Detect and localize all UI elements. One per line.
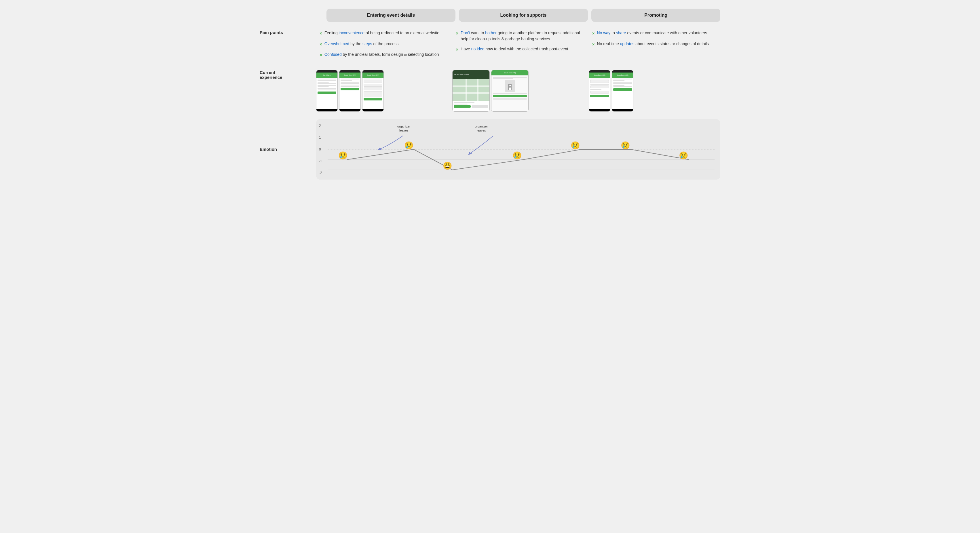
content-area-1 (317, 78, 337, 109)
emotion-chart: 2 1 0 -1 -2 organizerleaves organizerlea… (316, 119, 720, 179)
content-area-3 (363, 78, 383, 109)
pml4 (613, 79, 632, 79)
ml8 (318, 89, 336, 90)
pain-text-promoting-2: No real-time updates about events status… (597, 41, 708, 47)
y-axis-labels: 2 1 0 -1 -2 (319, 124, 322, 175)
green-bar-p1: Create Event (3/5) (589, 73, 610, 78)
header-empty (271, 9, 323, 22)
svg-rect-3 (509, 87, 509, 87)
screen-partnership: Create event (4/5) (491, 70, 528, 112)
map-footer (453, 101, 489, 111)
top-bar-1 (317, 70, 337, 73)
ml3 (318, 82, 329, 82)
top-bar-p1 (589, 70, 610, 73)
pain-text-looking-1: Don't want to bother going to another pl… (461, 30, 581, 42)
emoji-5: 😢 (571, 141, 580, 150)
pml-green2 (613, 88, 632, 90)
bottom-bar-p1 (589, 109, 610, 111)
pain-col-promoting: × No way to share events or communicate … (589, 28, 720, 54)
pml6 (613, 82, 632, 82)
screen-create-event-1: Create Event (1/5) (339, 70, 361, 112)
mf1 (454, 102, 474, 103)
current-experience-label: Currentexperience (260, 68, 312, 80)
pain-points-label: Pain points (260, 28, 312, 35)
emoji-1: 😢 (338, 151, 347, 160)
pml9 (613, 86, 632, 87)
pain-col-looking: × Don't want to bother going to another … (452, 28, 584, 59)
top-bar-3 (363, 70, 383, 73)
bottom-bar-2 (339, 109, 360, 111)
bottom-bar-p2 (612, 109, 633, 111)
map-area (453, 79, 489, 101)
pmline2 (493, 78, 513, 79)
ml1 (318, 79, 336, 79)
dark-top-map: Set your event location (453, 70, 489, 79)
emoji-7: 😢 (679, 151, 688, 160)
emotion-svg (328, 124, 714, 175)
content-area-p1 (589, 78, 610, 109)
ml-green-1 (318, 92, 336, 94)
promoting-screenshots: Create Event (3/5) Create Event (5/5) (589, 68, 720, 114)
ml4 (318, 83, 336, 84)
pmline3 (493, 93, 527, 94)
y-label-neg1: -1 (319, 159, 322, 163)
y-label-neg2: -2 (319, 171, 322, 175)
x-mark-5: × (456, 46, 458, 53)
pain-item-entering-2: × Overwhelmed by the steps of the proces… (320, 41, 444, 48)
pm-header: Create event (4/5) (492, 70, 528, 75)
ml7 (318, 88, 336, 89)
organizer-annotation-1: organizerleaves (397, 124, 410, 133)
top-bar-2 (339, 70, 360, 73)
green-bar-3: Create Event (2/5) (363, 73, 383, 78)
pml-green (590, 95, 609, 97)
pain-col-entering: × Feeling inconvenience of being redirec… (316, 28, 448, 65)
pml5 (613, 80, 624, 81)
road-h-2 (453, 92, 489, 94)
svg-rect-2 (510, 85, 511, 86)
ml2 (318, 80, 336, 81)
x-mark-1: × (320, 30, 322, 37)
x-mark-2: × (320, 41, 322, 48)
emoji-2: 😢 (404, 141, 414, 150)
pml8 (613, 85, 624, 86)
emoji-6: 😢 (621, 141, 630, 150)
ml11 (364, 79, 382, 79)
pmline1 (493, 77, 527, 78)
pain-text-promoting-1: No way to share events or communicate wi… (597, 30, 707, 36)
mf2 (454, 104, 468, 105)
bottom-bar-3 (363, 109, 383, 111)
screen-map: Set your event location (452, 70, 490, 112)
content-area-p2 (612, 78, 633, 109)
green-bar-p2: Create Event (5/5) (612, 73, 633, 78)
pm-body (492, 75, 528, 111)
pml1 (590, 79, 609, 79)
road-h-1 (453, 86, 489, 87)
green-bar-1: Sign Waiver (317, 73, 337, 78)
pain-item-looking-1: × Don't want to bother going to another … (456, 30, 581, 42)
pain-item-entering-3: × Confused by the unclear labels, form d… (320, 52, 444, 59)
phase-header-looking: Looking for supports (459, 9, 588, 22)
x-mark-4: × (456, 30, 458, 37)
chart-inner: organizerleaves organizerleaves (328, 124, 714, 175)
top-bar-p2 (612, 70, 633, 73)
pain-points-row: Pain points × Feeling inconvenience of b… (260, 28, 720, 65)
ml10 (340, 80, 352, 81)
green-bar-2: Create Event (1/5) (339, 73, 360, 78)
screen-promoting-2: Create Event (5/5) (612, 70, 633, 112)
emotion-row: Emotion 2 1 0 -1 -2 organizerleaves orga… (260, 119, 720, 179)
pain-text-entering-2: Overwhelmed by the steps of the process (325, 41, 399, 47)
road-v-1 (466, 79, 467, 101)
ml5 (318, 85, 336, 86)
emoji-3: 😩 (443, 161, 452, 170)
screen-create-event-2: Create Event (2/5) (362, 70, 384, 112)
screen-promoting-1: Create Event (3/5) (589, 70, 610, 112)
pain-item-entering-1: × Feeling inconvenience of being redirec… (320, 30, 444, 37)
content-area-2 (339, 78, 360, 109)
road-v-2 (477, 79, 479, 101)
pain-text-entering-1: Feeling inconvenience of being redirecte… (325, 30, 439, 36)
pm-building (505, 80, 515, 92)
ml-green-3 (364, 98, 382, 100)
ml9 (340, 79, 359, 79)
entering-screenshots: Sign Waiver Create Event (1/5) (316, 68, 448, 114)
y-label-1: 1 (319, 136, 322, 140)
